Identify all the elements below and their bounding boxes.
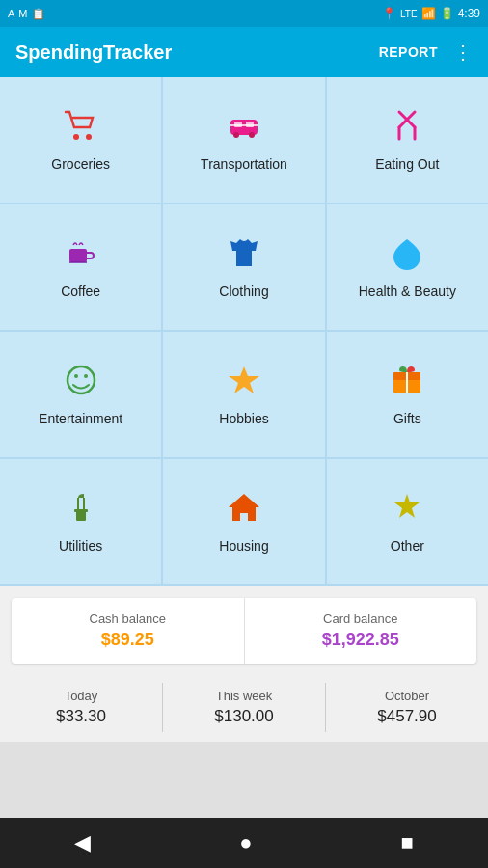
clothing-label: Clothing bbox=[219, 284, 268, 299]
svg-marker-23 bbox=[229, 494, 259, 521]
hobbies-label: Hobbies bbox=[219, 411, 268, 426]
home-button[interactable]: ● bbox=[239, 830, 252, 855]
time-display: 4:39 bbox=[458, 7, 480, 20]
category-transportation[interactable]: Transportation bbox=[163, 77, 324, 203]
category-coffee[interactable]: Coffee bbox=[0, 204, 161, 330]
category-groceries[interactable]: Groceries bbox=[0, 77, 161, 203]
utilities-label: Utilities bbox=[59, 538, 102, 554]
eating-out-label: Eating Out bbox=[375, 156, 439, 172]
week-stat: This week $130.00 bbox=[163, 683, 326, 732]
today-label: Today bbox=[8, 689, 154, 703]
health-beauty-icon bbox=[390, 235, 424, 276]
stats-row: Today $33.30 This week $130.00 October $… bbox=[0, 673, 488, 742]
card-balance-value: $1,922.85 bbox=[257, 630, 466, 650]
month-value: $457.90 bbox=[334, 707, 480, 726]
svg-point-4 bbox=[249, 132, 255, 138]
balance-row: Cash balance $89.25 Card balance $1,922.… bbox=[12, 598, 476, 664]
bottom-section: Cash balance $89.25 Card balance $1,922.… bbox=[0, 586, 488, 742]
hobbies-icon bbox=[227, 363, 261, 403]
gifts-label: Gifts bbox=[393, 411, 421, 426]
back-button[interactable]: ◀ bbox=[74, 830, 91, 855]
svg-rect-20 bbox=[74, 509, 88, 512]
svg-rect-11 bbox=[69, 249, 87, 262]
card-balance-cell: Card balance $1,922.85 bbox=[245, 598, 477, 664]
signal-icon: 📶 bbox=[421, 7, 436, 20]
status-bar: A M 📋 📍 LTE 📶 🔋 4:39 bbox=[0, 0, 488, 27]
lte-icon: LTE bbox=[400, 9, 418, 19]
category-utilities[interactable]: Utilities bbox=[0, 459, 161, 584]
cash-balance-value: $89.25 bbox=[23, 630, 232, 650]
category-hobbies[interactable]: Hobbies bbox=[163, 332, 324, 457]
svg-point-14 bbox=[84, 374, 88, 378]
gifts-icon bbox=[390, 363, 424, 403]
category-grid: GroceriesTransportationEating OutCoffeeC… bbox=[0, 77, 488, 586]
month-label: October bbox=[334, 689, 480, 703]
category-gifts[interactable]: Gifts bbox=[327, 332, 488, 457]
svg-point-13 bbox=[74, 374, 78, 378]
svg-marker-24 bbox=[394, 494, 420, 518]
week-value: $130.00 bbox=[171, 707, 317, 726]
transportation-icon bbox=[227, 108, 261, 149]
eating-out-icon bbox=[390, 108, 424, 149]
cash-balance-cell: Cash balance $89.25 bbox=[12, 598, 245, 664]
category-clothing[interactable]: Clothing bbox=[163, 204, 324, 330]
category-housing[interactable]: Housing bbox=[163, 459, 324, 584]
card-balance-label: Card balance bbox=[257, 611, 466, 626]
today-value: $33.30 bbox=[8, 707, 154, 726]
category-other[interactable]: Other bbox=[327, 459, 488, 584]
other-label: Other bbox=[391, 538, 424, 554]
coffee-label: Coffee bbox=[61, 284, 100, 299]
entertainment-icon bbox=[64, 363, 98, 403]
groceries-icon bbox=[64, 108, 98, 149]
groceries-label: Groceries bbox=[51, 156, 110, 172]
top-bar-actions: REPORT ⋮ bbox=[379, 41, 473, 64]
svg-rect-6 bbox=[246, 122, 254, 127]
utilities-icon bbox=[64, 490, 98, 530]
svg-point-12 bbox=[68, 366, 95, 393]
housing-label: Housing bbox=[219, 538, 268, 554]
more-options-button[interactable]: ⋮ bbox=[453, 41, 473, 64]
cash-balance-label: Cash balance bbox=[23, 611, 232, 626]
transportation-label: Transportation bbox=[201, 156, 287, 172]
nav-bar: ◀ ● ■ bbox=[0, 818, 488, 868]
month-stat: October $457.90 bbox=[326, 683, 488, 732]
report-button[interactable]: REPORT bbox=[379, 44, 438, 60]
svg-point-3 bbox=[233, 132, 239, 138]
svg-point-0 bbox=[73, 134, 79, 140]
status-right: 📍 LTE 📶 🔋 4:39 bbox=[382, 7, 480, 20]
status-left: A M 📋 bbox=[8, 8, 45, 20]
location-icon: 📍 bbox=[382, 7, 396, 20]
other-icon bbox=[390, 490, 424, 530]
entertainment-label: Entertainment bbox=[39, 411, 122, 426]
category-entertainment[interactable]: Entertainment bbox=[0, 332, 161, 457]
recents-button[interactable]: ■ bbox=[401, 830, 414, 855]
category-health-beauty[interactable]: Health & Beauty bbox=[327, 204, 488, 330]
top-bar: SpendingTracker REPORT ⋮ bbox=[0, 27, 488, 77]
app-title: SpendingTracker bbox=[15, 41, 172, 64]
coffee-icon bbox=[64, 235, 98, 276]
housing-icon bbox=[227, 490, 261, 530]
week-label: This week bbox=[171, 689, 317, 703]
category-eating-out[interactable]: Eating Out bbox=[327, 77, 488, 203]
svg-marker-15 bbox=[229, 366, 259, 393]
svg-rect-5 bbox=[234, 122, 242, 127]
today-stat: Today $33.30 bbox=[0, 683, 163, 732]
svg-point-1 bbox=[86, 134, 92, 140]
health-beauty-label: Health & Beauty bbox=[359, 284, 456, 299]
clothing-icon bbox=[227, 235, 261, 276]
battery-icon: 🔋 bbox=[440, 7, 454, 20]
